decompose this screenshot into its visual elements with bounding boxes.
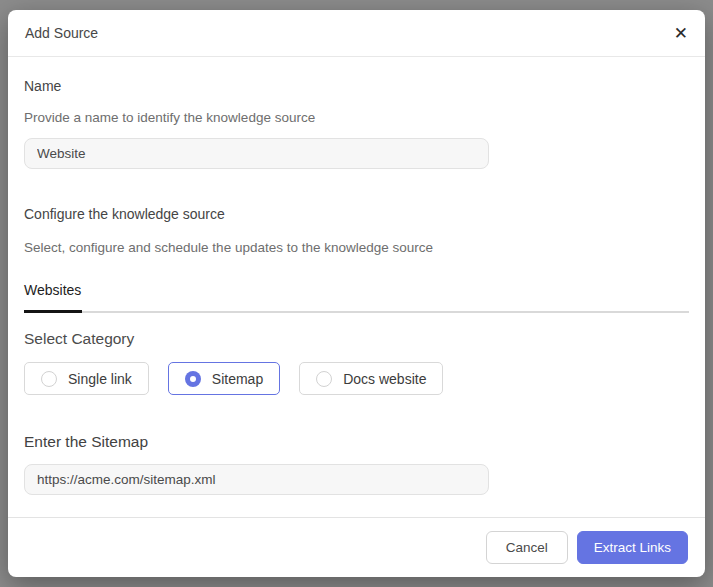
category-option-label: Docs website <box>343 371 426 387</box>
tab-track <box>24 311 689 313</box>
tab-websites[interactable]: Websites <box>24 282 81 311</box>
radio-unchecked-icon <box>316 371 332 387</box>
select-category-title: Select Category <box>24 330 689 348</box>
category-option-single-link[interactable]: Single link <box>24 362 149 395</box>
name-label: Name <box>24 78 689 94</box>
name-description: Provide a name to identify the knowledge… <box>24 110 689 125</box>
radio-unchecked-icon <box>41 371 57 387</box>
configure-subtitle: Select, configure and schedule the updat… <box>24 240 689 255</box>
modal-title: Add Source <box>25 25 98 41</box>
category-options: Single link Sitemap Docs website <box>24 362 689 395</box>
close-icon[interactable]: ✕ <box>674 25 688 42</box>
modal-body: Name Provide a name to identify the know… <box>8 57 705 517</box>
modal-header: Add Source ✕ <box>8 10 705 57</box>
configure-title: Configure the knowledge source <box>24 206 689 222</box>
name-input[interactable] <box>24 138 489 169</box>
sitemap-label: Enter the Sitemap <box>24 433 689 451</box>
category-option-label: Sitemap <box>212 371 263 387</box>
tab-active-indicator <box>24 310 82 313</box>
modal-footer: Cancel Extract Links <box>8 517 705 577</box>
category-option-label: Single link <box>68 371 132 387</box>
category-option-docs-website[interactable]: Docs website <box>299 362 443 395</box>
category-option-sitemap[interactable]: Sitemap <box>168 362 280 395</box>
radio-checked-icon <box>185 371 201 387</box>
source-tabs: Websites <box>24 281 689 313</box>
add-source-modal: Add Source ✕ Name Provide a name to iden… <box>8 10 705 577</box>
cancel-button[interactable]: Cancel <box>486 531 568 564</box>
extract-links-button[interactable]: Extract Links <box>577 531 688 564</box>
sitemap-url-input[interactable] <box>24 464 489 495</box>
